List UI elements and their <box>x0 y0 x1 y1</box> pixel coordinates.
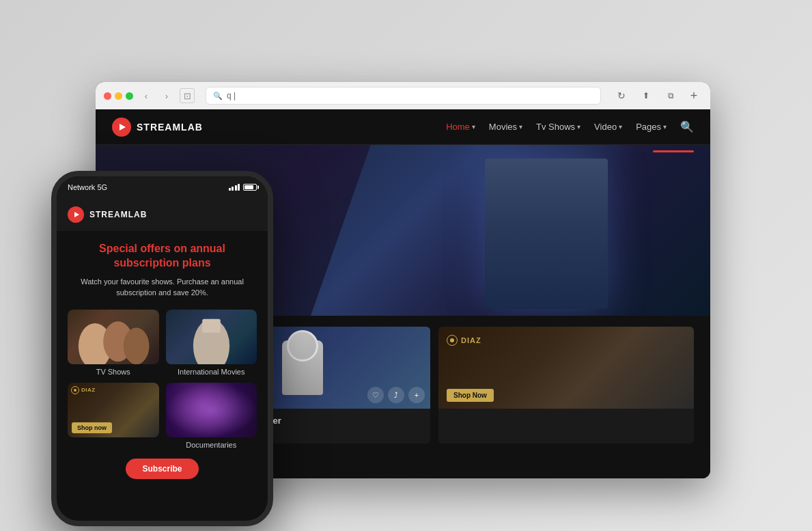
nav-pages-label: Pages <box>636 122 661 132</box>
offer-description: Watch your favourite shows. Purchase an … <box>68 276 257 299</box>
category-grid: TV Shows International Movies DIAZ Shop … <box>68 310 257 449</box>
offer-title: Special offers on annual subscription pl… <box>68 242 257 271</box>
diaz-thumbnail: DIAZ Shop Now <box>438 327 694 409</box>
diaz-ad-card: DIAZ Shop now <box>68 383 159 449</box>
diaz-icon <box>447 335 458 346</box>
signal-strength-icon <box>229 184 240 191</box>
browser-actions: ↻ ⬆ ⧉ + <box>612 86 702 105</box>
phone-screen: Network 5G STREAMLAB Special offers on a… <box>57 176 268 521</box>
hero-figure <box>311 145 710 316</box>
nav-movies-label: Movies <box>489 122 517 132</box>
chevron-down-icon: ▾ <box>663 123 667 131</box>
nav-item-pages[interactable]: Pages ▾ <box>636 122 667 132</box>
diaz-info <box>438 409 694 422</box>
phone-diaz-text: DIAZ <box>81 387 96 393</box>
maximize-window-button[interactable] <box>126 92 133 100</box>
nav-item-tvshows[interactable]: Tv Shows ▾ <box>536 122 580 132</box>
phone-logo-play-icon <box>68 206 84 223</box>
refresh-button[interactable]: ↻ <box>612 86 631 105</box>
diaz-logo: DIAZ <box>447 335 481 346</box>
share-button[interactable]: ⤴ <box>388 387 404 403</box>
close-window-button[interactable] <box>104 92 111 100</box>
diaz-ad-thumbnail: DIAZ Shop now <box>68 383 159 437</box>
search-icon: 🔍 <box>213 92 223 100</box>
subscribe-container: Subscribe <box>68 459 257 479</box>
forward-button[interactable]: › <box>159 88 174 103</box>
nav-tvshows-label: Tv Shows <box>536 122 575 132</box>
url-text: q | <box>227 91 236 100</box>
nav-item-movies[interactable]: Movies ▾ <box>489 122 522 132</box>
intl-movies-label: International Movies <box>166 368 257 376</box>
battery-fill <box>244 185 253 189</box>
more-button[interactable]: + <box>408 387 425 403</box>
nav-item-home[interactable]: Home ▾ <box>446 122 475 132</box>
logo-play-icon <box>112 118 131 137</box>
chevron-down-icon: ▾ <box>519 123 522 131</box>
like-button[interactable]: ♡ <box>367 387 384 403</box>
nav-home-label: Home <box>446 122 470 132</box>
card-right-actions: ♡ ⤴ + <box>367 387 425 403</box>
slide-indicator <box>653 150 694 152</box>
documentaries-card[interactable]: Documentaries <box>166 383 257 449</box>
nav-menu: Home ▾ Movies ▾ Tv Shows ▾ Video ▾ Pages <box>446 120 694 133</box>
copy-button[interactable]: ⧉ <box>661 86 680 105</box>
intl-movies-thumbnail <box>166 310 257 364</box>
diaz-brand-name: DIAZ <box>461 336 481 344</box>
phone-app-content: Special offers on annual subscription pl… <box>57 231 268 490</box>
phone-diaz-logo: DIAZ <box>71 386 96 394</box>
chevron-down-icon: ▾ <box>619 123 622 131</box>
minimize-window-button[interactable] <box>115 92 122 100</box>
diaz-card: DIAZ Shop Now <box>438 327 694 444</box>
nav-logo[interactable]: STREAMLAB <box>112 118 203 137</box>
nav-item-video[interactable]: Video ▾ <box>594 122 622 132</box>
shop-now-button[interactable]: Shop Now <box>447 389 494 402</box>
phone-shop-now-button[interactable]: Shop now <box>72 422 112 433</box>
phone-status-bar: Network 5G <box>57 176 268 198</box>
international-movies-card[interactable]: International Movies <box>166 310 257 376</box>
phone-app-header: STREAMLAB <box>57 198 268 231</box>
share-button[interactable]: ⬆ <box>636 86 656 105</box>
chevron-down-icon: ▾ <box>577 123 580 131</box>
site-nav: STREAMLAB Home ▾ Movies ▾ Tv Shows ▾ Vid… <box>96 109 710 145</box>
nav-search-button[interactable]: 🔍 <box>680 120 694 133</box>
status-icons <box>229 184 257 191</box>
subscribe-button[interactable]: Subscribe <box>126 459 198 479</box>
chevron-down-icon: ▾ <box>472 123 475 131</box>
tv-shows-thumbnail <box>68 310 159 364</box>
mobile-phone: Network 5G STREAMLAB Special offers on a… <box>51 171 273 526</box>
docs-label: Documentaries <box>166 441 257 449</box>
tv-shows-label: TV Shows <box>68 368 159 376</box>
back-button[interactable]: ‹ <box>139 88 154 103</box>
network-status: Network 5G <box>68 183 107 191</box>
logo-text: STREAMLAB <box>137 122 203 133</box>
browser-window-controls <box>104 92 133 100</box>
docs-thumbnail <box>166 383 257 437</box>
phone-diaz-icon <box>71 386 79 394</box>
url-bar[interactable]: 🔍 q | <box>206 87 601 105</box>
new-tab-button[interactable]: + <box>686 87 702 104</box>
tv-shows-card[interactable]: TV Shows <box>68 310 159 376</box>
browser-chrome: ‹ › ⊡ 🔍 q | ↻ ⬆ ⧉ + <box>96 82 710 109</box>
tab-view-button[interactable]: ⊡ <box>180 88 195 103</box>
phone-logo-text: STREAMLAB <box>89 210 147 219</box>
nav-video-label: Video <box>594 122 617 132</box>
battery-icon <box>243 184 257 191</box>
